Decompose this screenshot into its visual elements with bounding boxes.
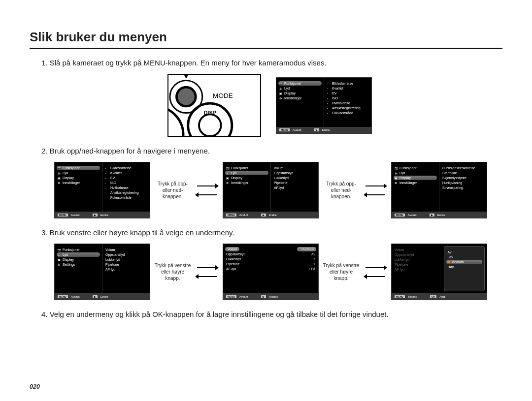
hint-updown-1: Trykk på opp- eller ned-knappen. (154, 181, 191, 200)
menu-funksjoner: Funksjoner (278, 81, 322, 86)
display-icon (226, 176, 230, 180)
step-3: 3. Bruk venstre eller høyre knapp til å … (41, 228, 502, 237)
menu-lyd: Lyd (278, 86, 322, 91)
status-bar: MENUAvslutt ▶Endre (276, 127, 371, 133)
camera-icon (279, 82, 283, 85)
camera-icon (58, 248, 61, 251)
speaker-icon (279, 87, 283, 90)
step-4: 4. Velg en undermeny og klikk på OK-knap… (41, 310, 502, 318)
speaker-icon (58, 253, 61, 256)
step-1: 1. Slå på kameraet og trykk på MENU-knap… (41, 59, 502, 67)
hint-leftright-2: Trykk på venstre eller høyre knapp. (323, 262, 360, 281)
gear-icon (58, 263, 61, 266)
svg-point-4 (188, 103, 232, 136)
option-medium: Medium (446, 260, 482, 264)
menu-screen-3b: Volum: Medium Oppstartslyd: Av Lukkerlyd… (223, 244, 319, 300)
arrows-rl (195, 184, 219, 197)
gear-icon (226, 181, 230, 185)
gear-icon (279, 96, 283, 100)
gear-icon (395, 181, 398, 185)
display-icon (279, 92, 283, 95)
speaker-icon (58, 171, 61, 175)
menu-screen-1: Funksjoner Lyd Display Innstillinger Bil… (276, 77, 372, 134)
svg-point-1 (176, 87, 196, 106)
menu-screen-2c: Funksjoner Lyd Display Innstillinger Fun… (391, 162, 487, 218)
svg-point-7 (168, 106, 183, 136)
camera-icon (58, 166, 61, 170)
camera-icon (226, 166, 230, 170)
svg-text:DISP: DISP (204, 110, 216, 116)
speaker-icon (395, 171, 398, 175)
menu-display: Display (278, 91, 322, 95)
display-icon (58, 176, 61, 180)
camera-icon (395, 166, 398, 170)
step-2: 2. Bruk opp/ned-knappen for å navigere i… (41, 147, 502, 155)
hint-leftright-1: Trykk på venstre eller høyre knapp. (154, 262, 191, 281)
speaker-icon (226, 171, 230, 175)
camera-button-diagram: MENU MODE DISP (167, 74, 261, 137)
display-icon (395, 176, 398, 180)
menu-screen-3c: Volum Oppstartslyd Lukkerlyd Pipetone AF… (391, 244, 487, 300)
menu-screen-3a: Funksjoner Lyd Display Settings Volum Op… (54, 244, 150, 300)
page-title: Slik bruker du menyen (30, 30, 502, 49)
svg-point-5 (199, 114, 221, 136)
menu-innstillinger: Innstillinger (278, 96, 322, 100)
gear-icon (58, 181, 61, 185)
menu-screen-2b: Funksjoner Lyd Display Innstillinger Vol… (223, 162, 319, 218)
hint-updown-2: Trykk på opp- eller ned-knappen. (323, 181, 360, 200)
menu-screen-2a: Funksjoner Lyd Display Innstillinger Bil… (54, 162, 150, 218)
svg-text:MODE: MODE (213, 92, 233, 99)
display-icon (58, 258, 61, 261)
page-number: 020 (30, 383, 40, 390)
